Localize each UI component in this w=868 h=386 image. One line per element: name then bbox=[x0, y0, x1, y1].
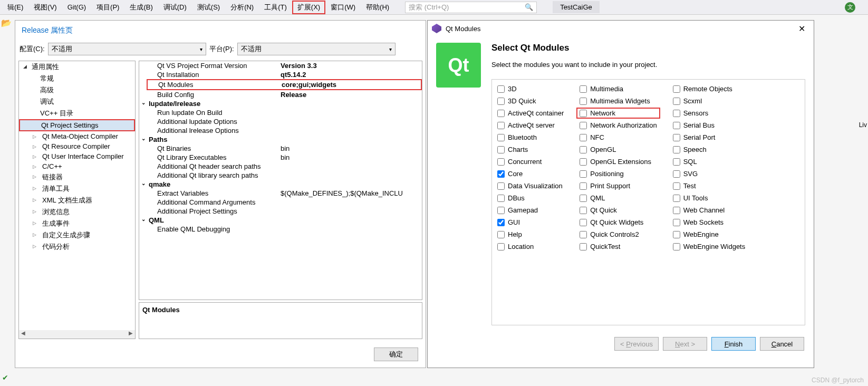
module-checkbox-svg[interactable]: SVG bbox=[673, 170, 746, 178]
module-checkbox-sensors[interactable]: Sensors bbox=[673, 109, 746, 117]
module-checkbox-network[interactable]: Network bbox=[576, 108, 660, 119]
grid-row[interactable]: Additional lupdate Options bbox=[147, 117, 422, 126]
tree-item-11[interactable]: 清单工具 bbox=[19, 183, 135, 195]
tree-item-7[interactable]: Qt Resource Compiler bbox=[19, 141, 135, 151]
module-checkbox-3d[interactable]: 3D bbox=[497, 85, 564, 93]
tree-item-5[interactable]: Qt Project Settings bbox=[20, 120, 134, 130]
tree-item-2[interactable]: 高级 bbox=[19, 84, 135, 96]
tree-item-13[interactable]: 浏览信息 bbox=[19, 206, 135, 218]
menu-item-3[interactable]: 项目(P) bbox=[91, 1, 124, 14]
module-checkbox-speech[interactable]: Speech bbox=[673, 146, 746, 153]
tree-item-15[interactable]: 自定义生成步骤 bbox=[19, 229, 135, 241]
menu-item-2[interactable]: Git(G) bbox=[62, 1, 91, 13]
horizontal-scrollbar[interactable]: ◀▶ bbox=[19, 330, 135, 339]
module-checkbox-ui-tools[interactable]: UI Tools bbox=[673, 194, 746, 202]
module-checkbox-bluetooth[interactable]: Bluetooth bbox=[497, 133, 564, 141]
grid-row[interactable]: Qt Binariesbin bbox=[147, 144, 422, 153]
module-checkbox-gui[interactable]: GUI bbox=[497, 218, 564, 226]
search-input[interactable]: 搜索 (Ctrl+Q) 🔍 bbox=[405, 2, 537, 13]
menu-item-10[interactable]: 窗口(W) bbox=[325, 1, 361, 14]
module-checkbox-location[interactable]: Location bbox=[497, 243, 564, 250]
property-grid[interactable]: Qt VS Project Format VersionVersion 3.3Q… bbox=[139, 61, 422, 300]
finish-button[interactable]: Finish bbox=[711, 337, 756, 351]
module-checkbox-qt-quick[interactable]: Qt Quick bbox=[580, 206, 657, 214]
menu-item-8[interactable]: 工具(T) bbox=[259, 1, 292, 14]
module-checkbox-remote-objects[interactable]: Remote Objects bbox=[673, 85, 746, 93]
grid-row[interactable]: Qt Library Executablesbin bbox=[147, 153, 422, 162]
grid-section-header[interactable]: ⌄Paths bbox=[147, 136, 167, 143]
menu-item-11[interactable]: 帮助(H) bbox=[361, 1, 394, 14]
module-checkbox-3d-quick[interactable]: 3D Quick bbox=[497, 97, 564, 105]
module-checkbox-opengl-extensions[interactable]: OpenGL Extensions bbox=[580, 158, 657, 166]
grid-row[interactable]: Extract Variables$(QMake_DEFINES_);$(QMa… bbox=[147, 189, 422, 198]
config-dropdown[interactable]: 不适用▾ bbox=[48, 43, 206, 55]
module-checkbox-print-support[interactable]: Print Support bbox=[580, 182, 657, 190]
module-checkbox-web-sockets[interactable]: Web Sockets bbox=[673, 218, 746, 226]
module-checkbox-test[interactable]: Test bbox=[673, 182, 746, 190]
module-checkbox-webengine-widgets[interactable]: WebEngine Widgets bbox=[673, 243, 746, 250]
module-checkbox-concurrent[interactable]: Concurrent bbox=[497, 158, 564, 166]
user-avatar[interactable]: 文 bbox=[845, 2, 855, 13]
close-icon[interactable]: ✕ bbox=[794, 24, 809, 34]
module-checkbox-webengine[interactable]: WebEngine bbox=[673, 230, 746, 238]
menu-item-5[interactable]: 调试(D) bbox=[158, 1, 192, 14]
grid-row[interactable]: Enable QML Debugging bbox=[147, 225, 422, 234]
module-checkbox-qt-quick-widgets[interactable]: Qt Quick Widgets bbox=[580, 218, 657, 226]
menu-item-9[interactable]: 扩展(X) bbox=[292, 1, 325, 14]
module-checkbox-quicktest[interactable]: QuickTest bbox=[580, 243, 657, 250]
grid-row[interactable]: Additional Qt library search paths bbox=[147, 171, 422, 180]
tree-item-14[interactable]: 生成事件 bbox=[19, 218, 135, 229]
folder-open-icon[interactable]: 📂 bbox=[1, 18, 12, 28]
menu-item-6[interactable]: 测试(S) bbox=[192, 1, 225, 14]
grid-row[interactable]: Qt Installationqt5.14.2 bbox=[147, 70, 422, 79]
tree-item-1[interactable]: 常规 bbox=[19, 73, 135, 84]
grid-row[interactable]: Build ConfigRelease bbox=[147, 90, 422, 99]
grid-row[interactable]: Qt Modulescore;gui;widgets bbox=[147, 79, 422, 90]
tree-item-9[interactable]: C/C++ bbox=[19, 161, 135, 171]
module-checkbox-multimedia-widgets[interactable]: Multimedia Widgets bbox=[580, 97, 657, 105]
tree-item-6[interactable]: Qt Meta-Object Compiler bbox=[19, 131, 135, 141]
next-button[interactable]: Next > bbox=[663, 337, 707, 351]
module-checkbox-web-channel[interactable]: Web Channel bbox=[673, 206, 746, 214]
grid-row[interactable]: Qt VS Project Format VersionVersion 3.3 bbox=[147, 61, 422, 70]
menu-item-4[interactable]: 生成(B) bbox=[124, 1, 158, 14]
module-checkbox-help[interactable]: Help bbox=[497, 230, 564, 238]
module-checkbox-activeqt-server[interactable]: ActiveQt server bbox=[497, 121, 564, 129]
grid-row[interactable]: Run lupdate On Build bbox=[147, 108, 422, 117]
menu-item-0[interactable]: 辑(E) bbox=[2, 1, 28, 14]
module-checkbox-quick-controls2[interactable]: Quick Controls2 bbox=[580, 230, 657, 238]
grid-row[interactable]: Additional Command Arguments bbox=[147, 198, 422, 207]
tree-item-0[interactable]: 通用属性 bbox=[19, 61, 135, 73]
platform-dropdown[interactable]: 不适用▾ bbox=[237, 43, 396, 55]
module-checkbox-activeqt-container[interactable]: ActiveQt container bbox=[497, 109, 564, 117]
tree-item-4[interactable]: VC++ 目录 bbox=[19, 108, 135, 119]
previous-button[interactable]: < PPreviousrevious bbox=[614, 337, 659, 351]
module-checkbox-core[interactable]: Core bbox=[497, 170, 564, 178]
module-checkbox-charts[interactable]: Charts bbox=[497, 146, 564, 153]
grid-row[interactable]: Additional lrelease Options bbox=[147, 126, 422, 135]
ok-button[interactable]: 确定 bbox=[374, 348, 418, 361]
grid-section-header[interactable]: ⌄QML bbox=[147, 216, 164, 224]
module-checkbox-multimedia[interactable]: Multimedia bbox=[580, 85, 657, 93]
module-checkbox-sql[interactable]: SQL bbox=[673, 158, 746, 166]
module-checkbox-scxml[interactable]: Scxml bbox=[673, 97, 746, 105]
module-checkbox-gamepad[interactable]: Gamepad bbox=[497, 206, 564, 214]
module-checkbox-positioning[interactable]: Positioning bbox=[580, 170, 657, 178]
solution-name[interactable]: TestCaiGe bbox=[553, 1, 600, 13]
module-checkbox-dbus[interactable]: DBus bbox=[497, 194, 564, 202]
tree-item-8[interactable]: Qt User Interface Compiler bbox=[19, 151, 135, 161]
module-checkbox-serial-port[interactable]: Serial Port bbox=[673, 133, 746, 141]
category-tree[interactable]: 通用属性常规高级调试VC++ 目录Qt Project SettingsQt M… bbox=[18, 61, 136, 339]
tree-item-3[interactable]: 调试 bbox=[19, 96, 135, 108]
menu-item-7[interactable]: 分析(N) bbox=[225, 1, 259, 14]
module-checkbox-network-authorization[interactable]: Network Authorization bbox=[580, 121, 657, 129]
tree-item-16[interactable]: 代码分析 bbox=[19, 241, 135, 253]
tree-item-10[interactable]: 链接器 bbox=[19, 171, 135, 183]
menu-item-1[interactable]: 视图(V) bbox=[28, 1, 62, 14]
grid-row[interactable]: Additional Project Settings bbox=[147, 207, 422, 216]
module-checkbox-serial-bus[interactable]: Serial Bus bbox=[673, 121, 746, 129]
module-checkbox-opengl[interactable]: OpenGL bbox=[580, 146, 657, 153]
module-checkbox-nfc[interactable]: NFC bbox=[580, 133, 657, 141]
grid-section-header[interactable]: ⌄lupdate/lrelease bbox=[147, 100, 200, 108]
grid-section-header[interactable]: ⌄qmake bbox=[147, 180, 170, 188]
